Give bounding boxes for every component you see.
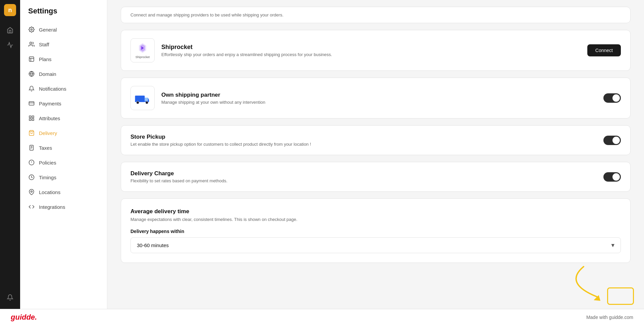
svg-rect-10 (29, 119, 31, 121)
shiprocket-connect-button[interactable]: Connect (587, 44, 621, 56)
shiprocket-logo-box: Shiprocket (130, 38, 155, 62)
sidebar-item-plans[interactable]: Plans (20, 52, 107, 66)
payments-icon (28, 100, 35, 107)
svg-rect-3 (29, 57, 34, 61)
shiprocket-title: Shiprocket (161, 44, 332, 51)
average-delivery-desc: Manage expectations with clear, consiste… (130, 217, 621, 222)
sidebar-item-taxes[interactable]: Taxes (20, 140, 107, 155)
icon-bar-bell[interactable] (4, 291, 16, 304)
delivery-charge-title: Delivery Charge (130, 170, 227, 177)
own-shipping-info: Own shipping partner Manage shipping at … (161, 92, 265, 105)
svg-rect-8 (29, 116, 31, 118)
svg-rect-9 (32, 116, 34, 118)
store-pickup-card: Store Pickup Let enable the store pickup… (121, 125, 631, 155)
delivery-charge-desc: Flexibility to set rates based on paymen… (130, 178, 227, 183)
guidde-logo: guidde. (11, 313, 37, 322)
shiprocket-text: Shiprocket (136, 55, 150, 59)
sidebar-item-payments[interactable]: Payments (20, 96, 107, 111)
svg-rect-11 (32, 119, 34, 121)
sidebar-item-timings[interactable]: Timings (20, 170, 107, 185)
sidebar-label-locations: Locations (39, 189, 60, 195)
integrations-icon (28, 203, 35, 210)
sidebar-label-general: General (39, 27, 57, 33)
svg-point-23 (137, 101, 139, 104)
sidebar: Settings General Staff Plans Domain Noti… (20, 0, 107, 325)
general-icon (28, 26, 35, 33)
shiprocket-info: Shiprocket Effortlessly ship your orders… (161, 44, 332, 57)
svg-point-2 (30, 42, 32, 44)
shipping-providers-header: Connect and manage shipping providers to… (121, 7, 631, 23)
delivery-time-select-wrapper: 30-60 minutes 1-2 hours 2-4 hours Same d… (130, 237, 621, 253)
average-delivery-title: Average delivery time (130, 208, 621, 215)
sidebar-title: Settings (20, 7, 107, 22)
own-shipping-icon-box (130, 86, 155, 110)
own-shipping-card: Own shipping partner Manage shipping at … (121, 78, 631, 119)
sidebar-label-taxes: Taxes (39, 145, 52, 151)
bottom-bar: guidde. Made with guidde.com (0, 309, 644, 325)
delivery-charge-toggle[interactable] (603, 172, 621, 182)
sidebar-item-attributes[interactable]: Attributes (20, 111, 107, 126)
sidebar-label-staff: Staff (39, 42, 49, 47)
svg-point-1 (31, 29, 33, 31)
delivery-charge-info: Delivery Charge Flexibility to set rates… (130, 170, 227, 183)
sidebar-item-notifications[interactable]: Notifications (20, 81, 107, 96)
plans-icon (28, 56, 35, 62)
sidebar-item-general[interactable]: General (20, 22, 107, 37)
sidebar-label-integrations: Integrations (39, 204, 65, 210)
icon-bar-store[interactable] (4, 24, 16, 36)
timings-icon (28, 174, 35, 181)
shiprocket-desc: Effortlessly ship your orders and enjoy … (161, 52, 332, 57)
sidebar-label-domain: Domain (39, 71, 56, 77)
notifications-icon (28, 85, 35, 92)
shipping-providers-desc: Connect and manage shipping providers to… (130, 12, 621, 17)
svg-rect-25 (145, 98, 148, 101)
sidebar-item-integrations[interactable]: Integrations (20, 199, 107, 214)
svg-rect-6 (29, 102, 34, 105)
store-pickup-info: Store Pickup Let enable the store pickup… (130, 134, 311, 147)
store-pickup-toggle[interactable] (603, 136, 621, 145)
app-logo[interactable]: n (4, 4, 16, 16)
store-pickup-title: Store Pickup (130, 134, 311, 140)
sidebar-item-staff[interactable]: Staff (20, 37, 107, 52)
sidebar-label-plans: Plans (39, 56, 52, 62)
delivery-charge-card: Delivery Charge Flexibility to set rates… (121, 162, 631, 192)
average-delivery-time-card: Average delivery time Manage expectation… (121, 198, 631, 263)
delivery-icon (28, 130, 35, 136)
sidebar-label-payments: Payments (39, 101, 61, 106)
sidebar-label-timings: Timings (39, 175, 56, 180)
sidebar-label-notifications: Notifications (39, 86, 66, 92)
taxes-icon (28, 144, 35, 151)
policies-icon (28, 159, 35, 166)
main-content: Connect and manage shipping providers to… (107, 0, 644, 325)
svg-point-24 (146, 101, 148, 104)
locations-icon (28, 189, 35, 195)
sidebar-label-policies: Policies (39, 160, 56, 166)
own-shipping-title: Own shipping partner (161, 92, 265, 98)
icon-bar: n (0, 0, 20, 325)
store-pickup-desc: Let enable the store pickup option for c… (130, 142, 311, 147)
sidebar-label-attributes: Attributes (39, 115, 60, 121)
sidebar-item-delivery[interactable]: Delivery (20, 126, 107, 140)
own-shipping-desc: Manage shipping at your own without any … (161, 100, 265, 105)
delivery-time-select[interactable]: 30-60 minutes 1-2 hours 2-4 hours Same d… (130, 237, 621, 253)
sidebar-item-policies[interactable]: Policies (20, 155, 107, 170)
shiprocket-card: Shiprocket Shiprocket Effortlessly ship … (121, 30, 631, 71)
shiprocket-logo: Shiprocket (136, 42, 150, 59)
svg-rect-22 (135, 96, 145, 102)
sidebar-label-delivery: Delivery (39, 130, 57, 136)
sidebar-item-locations[interactable]: Locations (20, 185, 107, 199)
delivery-field-label: Delivery happens within (130, 229, 621, 234)
guidde-tagline: Made with guidde.com (586, 315, 633, 320)
icon-bar-chart[interactable] (4, 39, 16, 51)
staff-icon (28, 41, 35, 48)
sidebar-item-domain[interactable]: Domain (20, 66, 107, 81)
own-shipping-toggle[interactable] (603, 93, 621, 103)
domain-icon (28, 71, 35, 77)
attributes-icon (28, 115, 35, 122)
svg-point-19 (31, 191, 33, 192)
